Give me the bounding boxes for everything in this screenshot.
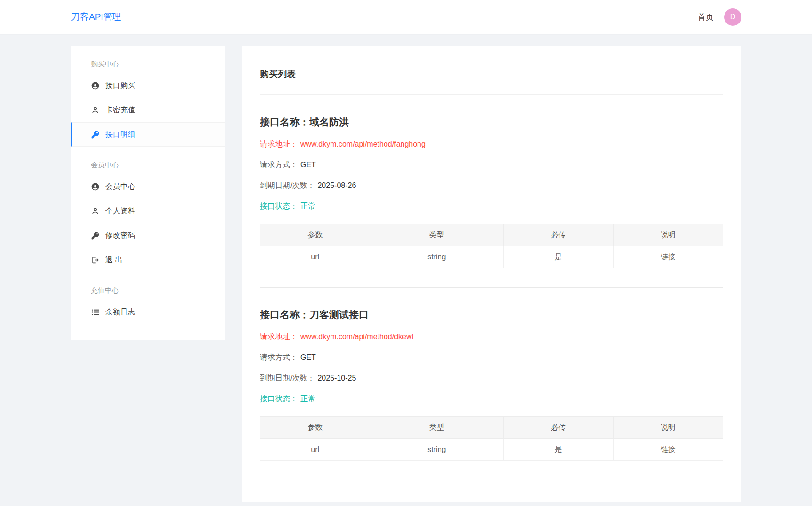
params-table-header: 说明 xyxy=(613,224,723,246)
api-status-value: 正常 xyxy=(300,202,315,210)
params-table-header-row: 参数类型必传说明 xyxy=(260,417,723,439)
sidebar-item-api-detail[interactable]: 接口明细 xyxy=(71,122,225,147)
api-status-label: 接口状态： xyxy=(260,395,298,403)
list-icon xyxy=(91,308,100,317)
table-cell: string xyxy=(370,439,504,461)
api-name-heading: 接口名称：刀客测试接口 xyxy=(260,308,723,321)
nav-home-link[interactable]: 首页 xyxy=(698,12,714,23)
sidebar-item-card-recharge[interactable]: 卡密充值 xyxy=(71,98,225,122)
expire-date-line: 到期日期/次数：2025-10-25 xyxy=(260,374,723,383)
app-header: 刀客API管理 首页 D xyxy=(0,0,812,34)
table-cell: 是 xyxy=(504,246,613,268)
table-cell: string xyxy=(370,246,504,268)
table-cell: url xyxy=(260,439,370,461)
params-table-header: 参数 xyxy=(260,417,370,439)
request-method-label: 请求方式： xyxy=(260,161,298,169)
table-row: urlstring是链接 xyxy=(260,439,723,461)
sidebar-item-label: 个人资料 xyxy=(105,206,135,216)
sidebar-section: 充值中心余额日志 xyxy=(71,272,225,324)
table-cell: url xyxy=(260,246,370,268)
api-name-value: 域名防洪 xyxy=(309,117,349,127)
table-cell: 链接 xyxy=(613,439,723,461)
sidebar-item-label: 卡密充值 xyxy=(105,105,135,115)
expire-date-value: 2025-08-26 xyxy=(317,181,356,189)
key-icon xyxy=(91,231,100,240)
sidebar-item-api-purchase[interactable]: 接口购买 xyxy=(71,73,225,98)
sidebar-nav: 购买中心接口购买卡密充值接口明细会员中心会员中心个人资料修改密码退 出充值中心余… xyxy=(71,46,225,340)
params-table-header-row: 参数类型必传说明 xyxy=(260,224,723,246)
section-divider xyxy=(260,287,723,288)
expire-date-label: 到期日期/次数： xyxy=(260,181,315,189)
request-url-value: www.dkym.com/api/method/dkewl xyxy=(300,333,413,341)
api-status-line: 接口状态：正常 xyxy=(260,202,723,211)
api-name-heading: 接口名称：域名防洪 xyxy=(260,116,723,129)
user-outline-icon xyxy=(91,106,100,115)
api-name-value: 刀客测试接口 xyxy=(309,309,369,320)
sidebar-section-title: 充值中心 xyxy=(71,272,225,300)
api-status-value: 正常 xyxy=(300,395,315,403)
params-table-header: 类型 xyxy=(370,417,504,439)
sidebar-section: 会员中心会员中心个人资料修改密码退 出 xyxy=(71,147,225,272)
api-status-line: 接口状态：正常 xyxy=(260,394,723,404)
table-row: urlstring是链接 xyxy=(260,246,723,268)
table-cell: 链接 xyxy=(613,246,723,268)
api-name-label: 接口名称： xyxy=(260,309,309,320)
sidebar-section: 购买中心接口购买卡密充值接口明细 xyxy=(71,46,225,147)
sign-out-icon xyxy=(91,256,100,265)
expire-date-label: 到期日期/次数： xyxy=(260,374,315,382)
sidebar-item-label: 修改密码 xyxy=(105,231,135,241)
app-title[interactable]: 刀客API管理 xyxy=(71,11,121,23)
request-url-label: 请求地址： xyxy=(260,333,298,341)
key-icon xyxy=(91,130,100,139)
request-method-label: 请求方式： xyxy=(260,353,298,361)
user-avatar[interactable]: D xyxy=(724,8,741,26)
expire-date-line: 到期日期/次数：2025-08-26 xyxy=(260,181,723,191)
table-cell: 是 xyxy=(504,439,613,461)
params-table: 参数类型必传说明urlstring是链接 xyxy=(260,416,723,461)
params-table-header: 参数 xyxy=(260,224,370,246)
sidebar-section-title: 会员中心 xyxy=(71,147,225,174)
request-url-line: 请求地址：www.dkym.com/api/method/dkewl xyxy=(260,332,723,342)
main-panel: 购买列表 接口名称：域名防洪请求地址：www.dkym.com/api/meth… xyxy=(242,46,741,502)
sidebar-item-balance-log[interactable]: 余额日志 xyxy=(71,300,225,324)
sidebar-item-label: 会员中心 xyxy=(105,182,135,192)
user-circle-icon xyxy=(91,81,100,90)
sidebar-item-member-center[interactable]: 会员中心 xyxy=(71,174,225,199)
sidebar-section-title: 购买中心 xyxy=(71,46,225,73)
request-method-line: 请求方式：GET xyxy=(260,160,723,170)
sidebar-item-label: 退 出 xyxy=(105,255,122,265)
sidebar-item-label: 余额日志 xyxy=(105,307,135,317)
header-right: 首页 D xyxy=(698,8,741,26)
user-outline-icon xyxy=(91,207,100,216)
section-divider xyxy=(260,480,723,480)
params-table-header: 说明 xyxy=(613,417,723,439)
params-table-header: 必传 xyxy=(504,224,613,246)
page-title: 购买列表 xyxy=(260,61,723,95)
request-method-value: GET xyxy=(300,161,316,169)
sidebar-item-change-password[interactable]: 修改密码 xyxy=(71,223,225,248)
api-name-label: 接口名称： xyxy=(260,117,309,127)
footer-space xyxy=(0,502,812,506)
page-layout: 购买中心接口购买卡密充值接口明细会员中心会员中心个人资料修改密码退 出充值中心余… xyxy=(0,34,812,502)
request-method-line: 请求方式：GET xyxy=(260,353,723,363)
sidebar-item-profile[interactable]: 个人资料 xyxy=(71,199,225,223)
request-url-label: 请求地址： xyxy=(260,140,298,148)
api-section: 接口名称：域名防洪请求地址：www.dkym.com/api/method/fa… xyxy=(260,116,723,288)
params-table-header: 类型 xyxy=(370,224,504,246)
api-section: 接口名称：刀客测试接口请求地址：www.dkym.com/api/method/… xyxy=(260,308,723,480)
user-circle-icon xyxy=(91,182,100,191)
request-url-line: 请求地址：www.dkym.com/api/method/fanghong xyxy=(260,140,723,149)
request-method-value: GET xyxy=(300,353,316,361)
request-url-value: www.dkym.com/api/method/fanghong xyxy=(300,140,426,148)
sidebar-item-label: 接口购买 xyxy=(105,81,135,91)
sidebar-item-logout[interactable]: 退 出 xyxy=(71,248,225,272)
params-table: 参数类型必传说明urlstring是链接 xyxy=(260,224,723,268)
api-list: 接口名称：域名防洪请求地址：www.dkym.com/api/method/fa… xyxy=(260,116,723,480)
sidebar-item-label: 接口明细 xyxy=(105,130,135,140)
params-table-header: 必传 xyxy=(504,417,613,439)
expire-date-value: 2025-10-25 xyxy=(317,374,356,382)
api-status-label: 接口状态： xyxy=(260,202,298,210)
